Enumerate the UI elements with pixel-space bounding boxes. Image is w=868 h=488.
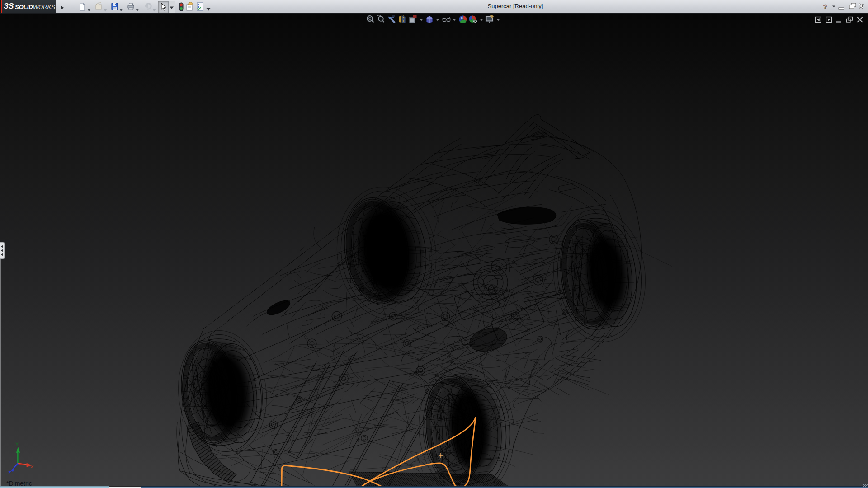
- svg-text:X: X: [30, 465, 34, 469]
- svg-text:?: ?: [823, 3, 827, 10]
- svg-text:Y: Y: [15, 442, 18, 446]
- svg-text:Z: Z: [9, 470, 11, 475]
